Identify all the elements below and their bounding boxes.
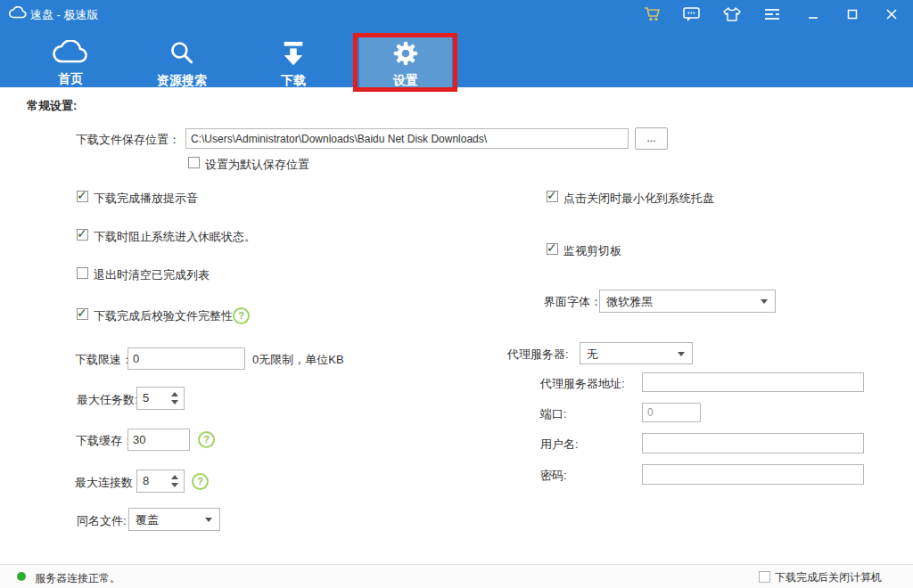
ui-font-label: 界面字体：	[544, 294, 602, 310]
server-status-text: 服务器连接正常。	[35, 571, 120, 586]
chevron-down-icon	[205, 518, 212, 522]
same-name-label: 同名文件:	[77, 513, 127, 529]
minimize-button[interactable]	[802, 4, 825, 25]
password-input[interactable]	[642, 464, 864, 485]
port-label: 端口:	[540, 406, 567, 422]
skin-shirt-icon[interactable]	[720, 4, 744, 25]
max-connections-label: 最大连接数：	[75, 475, 144, 491]
shutdown-after-download-label[interactable]: 下载完成后关闭计算机	[775, 570, 882, 585]
minimize-to-tray-label[interactable]: 点击关闭时最小化到系统托盘	[563, 191, 714, 207]
verify-integrity-help-icon[interactable]	[233, 307, 250, 324]
max-tasks-stepper[interactable]: 5	[136, 387, 185, 410]
watch-clipboard-label[interactable]: 监视剪切板	[563, 243, 621, 259]
status-bar: 服务器连接正常。 下载完成后关闭计算机	[0, 564, 913, 588]
app-window: 速盘 - 极速版 首页	[0, 0, 913, 588]
speed-limit-input[interactable]	[127, 347, 245, 370]
proxy-address-label: 代理服务器地址:	[540, 376, 625, 392]
max-tasks-label: 最大任务数:	[77, 392, 138, 408]
app-logo-cloud-icon	[9, 6, 27, 23]
tab-settings-label: 设置	[393, 73, 418, 89]
search-icon	[168, 40, 196, 70]
max-tasks-down-button[interactable]	[171, 400, 178, 404]
tab-download[interactable]: 下载	[247, 34, 340, 87]
default-save-location-checkbox[interactable]	[188, 157, 200, 168]
play-sound-label[interactable]: 下载完成播放提示音	[94, 191, 198, 207]
proxy-address-input[interactable]	[642, 372, 864, 392]
chevron-down-icon	[761, 299, 768, 304]
max-connections-up-button[interactable]	[171, 475, 178, 479]
clear-completed-checkbox[interactable]	[77, 267, 88, 279]
list-menu-icon[interactable]	[761, 4, 784, 25]
speed-limit-hint: 0无限制，单位KB	[252, 352, 344, 368]
cloud-home-icon	[53, 40, 88, 69]
gear-icon	[391, 40, 420, 70]
minimize-to-tray-checkbox[interactable]	[547, 191, 558, 202]
max-connections-stepper[interactable]: 8	[136, 470, 185, 493]
chevron-down-icon	[678, 352, 685, 356]
verify-integrity-checkbox[interactable]	[77, 308, 88, 320]
tab-home[interactable]: 首页	[24, 34, 117, 87]
max-connections-help-icon[interactable]	[192, 473, 209, 490]
chat-icon[interactable]	[680, 4, 703, 25]
save-location-input[interactable]	[185, 128, 629, 149]
username-input[interactable]	[642, 433, 864, 453]
default-save-location-label[interactable]: 设置为默认保存位置	[205, 157, 309, 173]
cart-icon[interactable]	[641, 4, 664, 25]
proxy-value: 无	[587, 347, 598, 363]
password-label: 密码:	[540, 468, 567, 484]
same-name-value: 覆盖	[136, 512, 159, 528]
max-tasks-value: 5	[143, 391, 149, 404]
prevent-sleep-checkbox[interactable]	[77, 229, 88, 241]
same-name-select[interactable]: 覆盖	[128, 508, 220, 531]
tab-home-label: 首页	[58, 71, 83, 87]
cache-help-icon[interactable]	[198, 431, 215, 448]
browse-button[interactable]: ...	[635, 127, 668, 150]
close-button[interactable]	[880, 4, 903, 25]
header: 速盘 - 极速版 首页	[0, 0, 913, 87]
ui-font-select[interactable]: 微软雅黑	[599, 290, 776, 313]
cache-input[interactable]	[127, 429, 190, 451]
clear-completed-label[interactable]: 退出时清空已完成列表	[94, 267, 210, 283]
cache-label: 下载缓存：	[76, 433, 134, 449]
port-input[interactable]	[642, 403, 701, 422]
tab-settings[interactable]: 设置	[359, 34, 452, 87]
download-icon	[280, 40, 307, 70]
ui-font-value: 微软雅黑	[606, 294, 653, 310]
play-sound-checkbox[interactable]	[77, 191, 88, 202]
maximize-button[interactable]	[841, 4, 864, 25]
max-tasks-up-button[interactable]	[171, 392, 178, 396]
speed-limit-label: 下载限速：	[75, 352, 133, 368]
section-title-general: 常规设置:	[27, 98, 77, 114]
proxy-label: 代理服务器:	[507, 347, 569, 363]
server-status-dot-icon	[17, 572, 26, 581]
window-title: 速盘 - 极速版	[30, 7, 99, 23]
tab-resource-search[interactable]: 资源搜索	[136, 34, 228, 87]
username-label: 用户名:	[540, 437, 579, 453]
max-connections-value: 8	[143, 474, 149, 487]
proxy-select[interactable]: 无	[580, 342, 693, 364]
shutdown-after-download-checkbox[interactable]	[759, 571, 770, 583]
tab-download-label: 下载	[281, 73, 306, 89]
watch-clipboard-checkbox[interactable]	[547, 243, 558, 255]
save-location-label: 下载文件保存位置：	[76, 132, 180, 148]
prevent-sleep-label[interactable]: 下载时阻止系统进入休眠状态。	[94, 229, 256, 245]
max-connections-down-button[interactable]	[171, 483, 178, 487]
verify-integrity-label[interactable]: 下载完成后校验文件完整性	[94, 308, 233, 324]
tab-resource-search-label: 资源搜索	[157, 73, 207, 89]
